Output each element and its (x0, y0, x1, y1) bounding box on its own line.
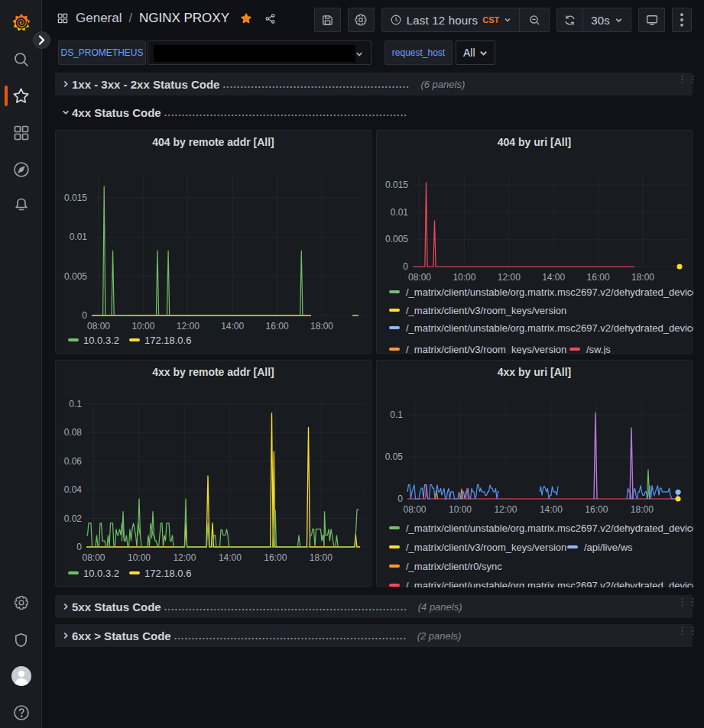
svg-text:12:00: 12:00 (177, 321, 200, 332)
svg-text:0.005: 0.005 (385, 234, 408, 244)
svg-text:18:00: 18:00 (310, 321, 333, 332)
svg-text:10:00: 10:00 (453, 272, 475, 283)
svg-text:/sw.js: /sw.js (586, 344, 611, 354)
svg-text:08:00: 08:00 (403, 504, 426, 515)
svg-text:08:00: 08:00 (87, 321, 110, 332)
svg-text:18:00: 18:00 (631, 504, 654, 515)
svg-text:172.18.0.6: 172.18.0.6 (144, 568, 191, 579)
svg-text:0.01: 0.01 (70, 231, 88, 242)
svg-text:0.05: 0.05 (385, 451, 404, 462)
svg-text:/_matrix/client/unstable/org.m: /_matrix/client/unstable/org.matrix.msc2… (406, 286, 693, 298)
svg-text:/api/live/ws: /api/live/ws (584, 542, 633, 553)
svg-text:0: 0 (76, 542, 82, 552)
svg-text:/_matrix/client/unstable/org.m: /_matrix/client/unstable/org.matrix.msc2… (406, 322, 693, 334)
svg-text:12:00: 12:00 (173, 552, 196, 563)
svg-text:0: 0 (403, 261, 408, 272)
svg-text:0.06: 0.06 (64, 456, 83, 467)
svg-text:10:00: 10:00 (128, 552, 151, 563)
svg-text:0.015: 0.015 (385, 180, 408, 190)
svg-text:10:00: 10:00 (449, 504, 472, 515)
svg-text:/_matrix/client/unstable/org.m: /_matrix/client/unstable/org.matrix.msc2… (406, 580, 693, 587)
svg-text:10.0.3.2: 10.0.3.2 (83, 335, 119, 346)
svg-text:16:00: 16:00 (264, 552, 287, 563)
svg-text:14:00: 14:00 (219, 552, 242, 563)
svg-text:0.005: 0.005 (64, 271, 87, 282)
svg-text:16:00: 16:00 (585, 504, 608, 515)
svg-text:/_matrix/client/r0/sync: /_matrix/client/r0/sync (406, 561, 502, 572)
svg-text:0.02: 0.02 (64, 513, 83, 524)
svg-text:/_matrix/client/v3/room_keys/v: /_matrix/client/v3/room_keys/version (406, 542, 566, 553)
svg-text:0: 0 (82, 310, 87, 321)
svg-text:0.04: 0.04 (64, 484, 83, 495)
svg-text:08:00: 08:00 (82, 552, 105, 563)
svg-text:0.1: 0.1 (390, 409, 403, 420)
svg-text:12:00: 12:00 (494, 504, 517, 515)
svg-text:0.1: 0.1 (69, 399, 82, 409)
svg-text:16:00: 16:00 (587, 272, 610, 283)
svg-text:08:00: 08:00 (408, 272, 431, 283)
svg-text:18:00: 18:00 (631, 272, 654, 283)
svg-text:18:00: 18:00 (310, 552, 333, 563)
svg-text:/_matrix/client/unstable/org.m: /_matrix/client/unstable/org.matrix.msc2… (406, 523, 693, 534)
svg-text:12:00: 12:00 (498, 272, 521, 283)
svg-text:0.01: 0.01 (391, 207, 409, 218)
svg-text:0: 0 (397, 493, 403, 504)
svg-text:/_matrix/client/v3/room_keys/v: /_matrix/client/v3/room_keys/version (406, 344, 566, 354)
svg-text:10.0.3.2: 10.0.3.2 (83, 568, 119, 579)
svg-text:0.015: 0.015 (64, 193, 87, 203)
svg-text:14:00: 14:00 (221, 321, 244, 332)
svg-text:16:00: 16:00 (266, 321, 289, 332)
svg-text:/_matrix/client/v3/room_keys/v: /_matrix/client/v3/room_keys/version (406, 305, 566, 316)
svg-text:0.08: 0.08 (64, 427, 83, 438)
svg-text:14:00: 14:00 (540, 504, 563, 515)
svg-text:172.18.0.6: 172.18.0.6 (144, 335, 191, 346)
svg-text:14:00: 14:00 (542, 272, 565, 283)
svg-text:10:00: 10:00 (131, 321, 154, 332)
